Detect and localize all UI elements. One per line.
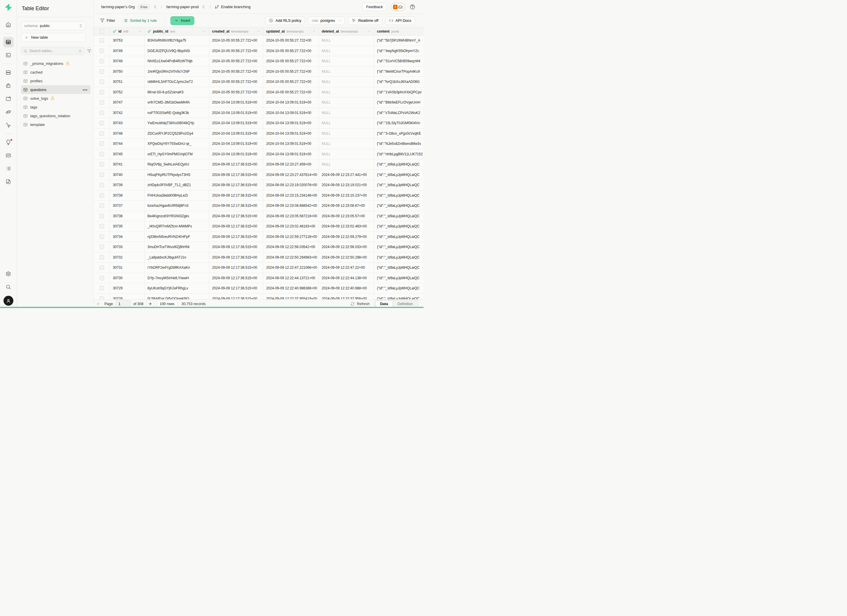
cell-created-at[interactable]: 2024-10-05 00:55:27.722+00 bbox=[209, 66, 263, 77]
cell-content[interactable]: {"id":"_Id9aLyJpMHQLaiQC bbox=[374, 294, 424, 299]
supabase-logo-icon[interactable] bbox=[4, 3, 13, 12]
cell-deleted-at[interactable]: NULL bbox=[319, 56, 374, 66]
cell-public-id[interactable]: lEfA0sRh9hIXf62Y6ga75 bbox=[145, 35, 209, 46]
sidebar-table-item[interactable]: solve_logs ••• bbox=[21, 94, 90, 103]
nav-storage-icon[interactable] bbox=[3, 94, 14, 104]
cell-id[interactable]: 30738 bbox=[110, 190, 145, 201]
table-row[interactable]: 30752 8KraI-tSI-6-pSZcknaK5 2024-10-05 0… bbox=[94, 87, 424, 98]
cell-content[interactable]: {"id":"_Id9aLyJpMHQLaiQC bbox=[374, 221, 424, 231]
cell-updated-at[interactable]: 2024-09-09 12:23:27.437814+00 bbox=[263, 170, 319, 180]
cell-created-at[interactable]: 2024-09-09 12:17:36.515+00 bbox=[209, 242, 263, 252]
add-rls-policy-button[interactable]: Add RLS policy bbox=[265, 16, 305, 25]
cell-deleted-at[interactable]: NULL bbox=[319, 118, 374, 128]
cell-id[interactable]: 30734 bbox=[110, 232, 145, 242]
schema-select[interactable]: schema: public bbox=[21, 21, 86, 30]
cell-created-at[interactable]: 2024-09-09 12:17:36.515+00 bbox=[209, 201, 263, 211]
row-checkbox[interactable] bbox=[99, 59, 104, 63]
cell-updated-at[interactable]: 2024-09-09 12:23:19.020076+00 bbox=[263, 180, 319, 190]
cell-created-at[interactable]: 2024-10-04 13:09:01.519+00 bbox=[209, 139, 263, 149]
table-row[interactable]: 30743 YwEmuWdqT38XoSB048QYp 2024-10-04 1… bbox=[94, 118, 424, 128]
nav-sql-editor-icon[interactable] bbox=[3, 50, 14, 60]
cell-deleted-at[interactable]: NULL bbox=[319, 46, 374, 56]
realtime-toggle-button[interactable]: Realtime off bbox=[348, 16, 382, 25]
cell-content[interactable]: {"id":"1VASb3phnXXkQPCpv bbox=[374, 87, 424, 97]
cell-created-at[interactable]: 2024-09-09 12:17:36.515+00 bbox=[209, 170, 263, 180]
enable-branching-button[interactable]: Enable branching bbox=[215, 4, 251, 9]
cell-content[interactable]: {"id":"4wyNgK55lOfrpmYZc bbox=[374, 46, 424, 56]
cell-updated-at[interactable]: 2024-10-04 13:09:01.519+00 bbox=[263, 139, 319, 149]
cell-deleted-at[interactable]: NULL bbox=[319, 35, 374, 46]
table-options-button[interactable]: ••• bbox=[83, 87, 88, 92]
cell-updated-at[interactable]: 2024-09-09 12:22:47.221066+00 bbox=[263, 262, 319, 273]
cell-content[interactable]: {"id":"15LSIyT0JGMf3Kl4Vn bbox=[374, 118, 424, 128]
table-row[interactable]: 30732 _La6pddxcKJIbgufATJ1n 2024-09-09 1… bbox=[94, 252, 424, 263]
cell-id[interactable]: 30728 bbox=[110, 294, 145, 299]
cell-updated-at[interactable]: 2024-10-04 13:09:01.519+00 bbox=[263, 118, 319, 128]
cell-id[interactable]: 30745 bbox=[110, 149, 145, 159]
cell-created-at[interactable]: 2024-09-09 12:17:36.515+00 bbox=[209, 283, 263, 293]
table-row[interactable]: 30741 RiqOV6p_5wihLeIAEQyhU 2024-09-09 1… bbox=[94, 159, 424, 170]
cell-public-id[interactable]: _l40sQIRTmMZfcm-MWMPs bbox=[145, 221, 209, 231]
cell-deleted-at[interactable]: 2024-09-09 12:22:50.298+00 bbox=[319, 252, 374, 262]
cell-public-id[interactable]: bzwXazHgax6UIR58j6Fn3 bbox=[145, 201, 209, 211]
cell-content[interactable]: {"id":"_Id9aLyJpMHQLaiQC bbox=[374, 159, 424, 169]
cell-id[interactable]: 30731 bbox=[110, 262, 145, 273]
cell-public-id[interactable]: rYbORF2e4YgDt9fKAXaKn bbox=[145, 262, 209, 273]
cell-id[interactable]: 30743 bbox=[110, 118, 145, 128]
rows-per-page-button[interactable]: 100 rows bbox=[156, 300, 178, 307]
row-checkbox[interactable] bbox=[99, 193, 104, 198]
new-table-button[interactable]: New table bbox=[21, 33, 86, 42]
nav-logs-icon[interactable] bbox=[3, 164, 14, 174]
cell-content[interactable]: {"id":"3-O8cn_xPgs0cVxqKE bbox=[374, 128, 424, 139]
view-definition-tab[interactable]: Definition bbox=[393, 301, 418, 307]
cell-created-at[interactable]: 2024-09-09 12:17:36.515+00 bbox=[209, 273, 263, 283]
cell-public-id[interactable]: _La6pddxcKJIbgufATJ1n bbox=[145, 252, 209, 262]
cell-updated-at[interactable]: 2024-10-04 13:09:01.519+00 bbox=[263, 108, 319, 118]
nav-auth-icon[interactable] bbox=[3, 81, 14, 91]
row-checkbox[interactable] bbox=[99, 100, 104, 105]
cell-id[interactable]: 30742 bbox=[110, 108, 145, 118]
cell-content[interactable]: {"id":"_Id9aLyJpMHQLaiQC bbox=[374, 242, 424, 252]
sidebar-table-item[interactable]: tags ••• bbox=[21, 103, 90, 111]
cell-id[interactable]: 30729 bbox=[110, 283, 145, 293]
cell-public-id[interactable]: FHHUioa3bidd00BHyLeZt bbox=[145, 190, 209, 201]
cell-deleted-at[interactable]: NULL bbox=[319, 97, 374, 108]
table-row[interactable]: 30730 DYp-7mcyMSIrHefLYIwwH 2024-09-09 1… bbox=[94, 273, 424, 284]
breadcrumb-org[interactable]: farming-paper's Org bbox=[101, 4, 135, 9]
sidebar-table-item[interactable]: template ••• bbox=[21, 120, 90, 129]
cell-public-id[interactable]: vrIh7CMD-JtM1bOweMHfA bbox=[145, 97, 209, 108]
cell-updated-at[interactable]: 2024-09-09 12:22:37.955419+00 bbox=[263, 294, 319, 299]
chevrons-expand-icon[interactable] bbox=[78, 49, 82, 53]
table-row[interactable]: 30745 xrETl_HyGY0mPMGVqtOTM 2024-10-04 1… bbox=[94, 149, 424, 160]
table-row[interactable]: 30733 3muDHTceTWso9IZj8hHNI 2024-09-09 1… bbox=[94, 242, 424, 252]
cell-public-id[interactable]: nxFT002ISeRE-Qobg3K3k bbox=[145, 108, 209, 118]
api-docs-button[interactable]: API Docs bbox=[385, 16, 415, 25]
cell-updated-at[interactable]: 2024-09-09 12:22:56.03542+00 bbox=[263, 242, 319, 252]
cell-content[interactable]: {"id":"_Id9aLyJpMHQLaiQC bbox=[374, 252, 424, 262]
cell-id[interactable]: 30747 bbox=[110, 97, 145, 108]
row-checkbox[interactable] bbox=[99, 224, 104, 228]
insert-button[interactable]: Insert bbox=[170, 16, 195, 25]
table-row[interactable]: 30729 8yUKotr9qGYjK2eFRhgLv 2024-09-09 1… bbox=[94, 283, 424, 294]
nav-edge-functions-icon[interactable] bbox=[3, 107, 14, 117]
nav-search-icon[interactable] bbox=[3, 282, 14, 292]
nav-home-icon[interactable] bbox=[3, 19, 14, 30]
cell-id[interactable]: 30751 bbox=[110, 77, 145, 87]
cell-content[interactable]: {"id":"_Id9aLyJpMHQLaiQC bbox=[374, 190, 424, 201]
cell-deleted-at[interactable]: NULL bbox=[319, 87, 374, 97]
cell-id[interactable]: 30749 bbox=[110, 46, 145, 56]
cell-content[interactable]: {"id":"rtHbLpgB8V11LUK7152 bbox=[374, 149, 424, 159]
nav-settings-icon[interactable] bbox=[3, 269, 14, 279]
cell-created-at[interactable]: 2024-10-04 13:09:01.519+00 bbox=[209, 118, 263, 128]
cell-created-at[interactable]: 2024-10-05 00:55:27.722+00 bbox=[209, 35, 263, 46]
cell-content[interactable]: {"id":"NJe5s8ZmBwnoB6e3s bbox=[374, 139, 424, 149]
cell-content[interactable]: {"id":"sTsWaLCPsVA2WuK2 bbox=[374, 108, 424, 118]
cell-deleted-at[interactable]: NULL bbox=[319, 139, 374, 149]
row-checkbox[interactable] bbox=[99, 141, 104, 146]
cell-updated-at[interactable]: 2024-09-09 12:22:40.986386+00 bbox=[263, 283, 319, 293]
cell-content[interactable]: {"id":"_Id9aLyJpMHQLaiQC bbox=[374, 211, 424, 221]
column-header-id[interactable]: id int8 bbox=[110, 27, 145, 35]
cell-public-id[interactable]: 0L5BAfDaLDl5rQOiqeKPO bbox=[145, 294, 209, 299]
row-checkbox[interactable] bbox=[99, 265, 104, 270]
row-checkbox[interactable] bbox=[99, 131, 104, 136]
